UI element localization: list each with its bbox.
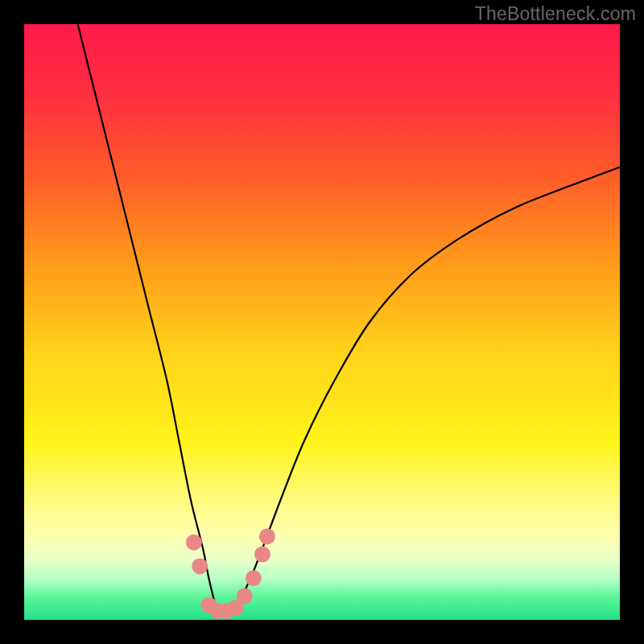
watermark-label: TheBottleneck.com [475,3,636,25]
marker-point [237,588,253,604]
marker-point [254,547,270,563]
chart-frame: TheBottleneck.com [0,0,644,644]
bottleneck-chart [24,24,620,620]
marker-point [186,535,202,551]
plot-area [24,24,620,620]
marker-point [192,558,208,574]
marker-point [246,570,262,586]
marker-point [259,528,275,544]
gradient-background [24,24,620,620]
